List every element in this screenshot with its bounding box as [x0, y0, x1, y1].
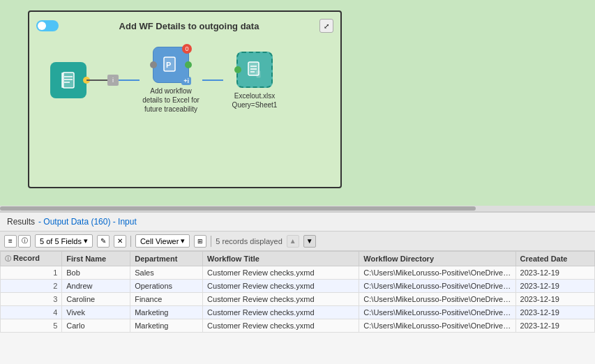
results-title: Results: [7, 217, 35, 227]
chevron-down-icon-2: ▾: [181, 236, 185, 245]
cell-row5-col4: Customer Review checks.yxmd: [203, 319, 359, 333]
results-header: Results - Output Data (160) - Input: [0, 213, 595, 232]
cell-row3-col2: Caroline: [62, 293, 130, 306]
th-department[interactable]: Department: [130, 252, 203, 266]
workflow-panel: Add WF Details to outgoing data ⤢: [28, 10, 342, 188]
cell-row1-col2: Bob: [62, 266, 130, 280]
cell-row4-col6: 2023-12-19: [515, 306, 594, 319]
svg-rect-2: [61, 73, 64, 88]
filter-button[interactable]: ⊞: [194, 235, 206, 248]
workflow-header: Add WF Details to outgoing data ⤢: [36, 19, 333, 33]
th-first-name[interactable]: First Name: [62, 252, 130, 266]
cell-row2-col2: Andrew: [62, 280, 130, 293]
error-badge: 0: [182, 44, 192, 54]
input-node-icon: [50, 62, 86, 98]
cell-row1-col4: Customer Review checks.yxmd: [203, 266, 359, 280]
table-row[interactable]: 2AndrewOperationsCustomer Review checks.…: [1, 280, 595, 293]
sort-down-icon: ▼: [306, 237, 313, 245]
cell-row3-col4: Customer Review checks.yxmd: [203, 293, 359, 306]
cell-row2-col6: 2023-12-19: [515, 280, 594, 293]
table-header: ⓘ Record First Name Department Workflow …: [1, 252, 595, 266]
workflow-toggle[interactable]: [36, 20, 59, 31]
cell-row5-col1: 5: [1, 319, 62, 333]
cell-row4-col3: Marketing: [130, 306, 203, 319]
col-info-icon: ⓘ: [5, 255, 11, 262]
sort-up-icon: ▲: [289, 237, 296, 245]
cell-row3-col6: 2023-12-19: [515, 293, 594, 306]
process-node[interactable]: P 0 +i Add workflow details to Excel for…: [140, 47, 202, 114]
list-icon-btn[interactable]: ≡: [4, 235, 17, 248]
info-icon-btn[interactable]: ⓘ: [18, 235, 31, 248]
results-subtitle[interactable]: - Output Data (160) - Input: [38, 217, 137, 227]
toolbar-divider-2: [211, 236, 211, 247]
fields-dropdown[interactable]: 5 of 5 Fields ▾: [35, 234, 93, 248]
connector-3: [202, 79, 223, 81]
data-table: ⓘ Record First Name Department Workflow …: [0, 251, 595, 333]
cell-row5-col6: 2023-12-19: [515, 319, 594, 333]
process-node-icon: P 0 +i: [153, 47, 189, 83]
cell-row1-col1: 1: [1, 266, 62, 280]
cell-row3-col1: 3: [1, 293, 62, 306]
process-input-dot: [150, 61, 157, 68]
cell-row1-col3: Sales: [130, 266, 203, 280]
th-record[interactable]: ⓘ Record: [1, 252, 62, 266]
fields-label: 5 of 5 Fields: [40, 237, 82, 245]
workflow-title: Add WF Details to outgoing data: [59, 21, 319, 31]
plus-badge: +i: [181, 77, 191, 85]
edit-fields-button[interactable]: ✎: [97, 235, 110, 248]
nav-down-button[interactable]: ▼: [303, 235, 316, 248]
scrollbar-thumb[interactable]: [0, 206, 476, 211]
info-icon: ⓘ: [22, 236, 28, 245]
data-table-wrapper: ⓘ Record First Name Department Workflow …: [0, 251, 595, 333]
th-created-date[interactable]: Created Date: [515, 252, 594, 266]
input-node[interactable]: [50, 62, 86, 98]
output-node-label: Excelout.xlsx Query=Sheet1: [223, 91, 286, 109]
cell-row4-col4: Customer Review checks.yxmd: [203, 306, 359, 319]
table-row[interactable]: 4VivekMarketingCustomer Review checks.yx…: [1, 306, 595, 319]
table-row[interactable]: 1BobSalesCustomer Review checks.yxmdC:\U…: [1, 266, 595, 280]
cell-row5-col5: C:\Users\MikeLorusso-Positive\OneDrive -…: [359, 319, 515, 333]
connector-indicator: i: [107, 75, 119, 86]
expand-icon: ⤢: [324, 22, 329, 30]
table-row[interactable]: 5CarloMarketingCustomer Review checks.yx…: [1, 319, 595, 333]
nav-up-button[interactable]: ▲: [287, 235, 299, 248]
toolbar-divider-1: [130, 236, 131, 247]
table-body: 1BobSalesCustomer Review checks.yxmdC:\U…: [1, 266, 595, 333]
table-row[interactable]: 3CarolineFinanceCustomer Review checks.y…: [1, 293, 595, 306]
connector-2: [119, 79, 140, 81]
cell-row3-col3: Finance: [130, 293, 203, 306]
close-icon: ✕: [117, 237, 123, 245]
chevron-down-icon: ▾: [84, 236, 88, 245]
cell-row2-col5: C:\Users\MikeLorusso-Positive\OneDrive -…: [359, 280, 515, 293]
workflow-nodes: i P 0 +i Add workflow details to Excel f…: [50, 47, 333, 114]
cell-row1-col6: 2023-12-19: [515, 266, 594, 280]
expand-button[interactable]: ⤢: [319, 19, 333, 33]
cell-row5-col2: Carlo: [62, 319, 130, 333]
cell-viewer-label: Cell Viewer: [140, 237, 179, 245]
cell-row2-col1: 2: [1, 280, 62, 293]
horizontal-scrollbar[interactable]: [0, 206, 595, 211]
output-node-icon: [236, 52, 273, 88]
cell-row4-col2: Vivek: [62, 306, 130, 319]
cell-row2-col4: Customer Review checks.yxmd: [203, 280, 359, 293]
results-area: Results - Output Data (160) - Input ≡ ⓘ …: [0, 211, 595, 364]
cell-row2-col3: Operations: [130, 280, 203, 293]
th-workflow-title[interactable]: Workflow Title: [203, 252, 359, 266]
side-panel-icons: ≡ ⓘ: [4, 235, 31, 248]
process-output-dot: [185, 61, 192, 68]
cell-row4-col1: 4: [1, 306, 62, 319]
output-node[interactable]: Excelout.xlsx Query=Sheet1: [223, 52, 286, 109]
process-node-label: Add workflow details to Excel for future…: [140, 86, 202, 114]
output-input-dot: [234, 66, 241, 73]
svg-text:P: P: [166, 61, 171, 69]
cell-row3-col5: C:\Users\MikeLorusso-Positive\OneDrive -…: [359, 293, 515, 306]
th-workflow-directory[interactable]: Workflow Directory: [359, 252, 515, 266]
cell-row5-col3: Marketing: [130, 319, 203, 333]
cell-row1-col5: C:\Users\MikeLorusso-Positive\OneDrive -…: [359, 266, 515, 280]
close-fields-button[interactable]: ✕: [114, 235, 126, 248]
connector-1: [86, 79, 107, 81]
filter-icon: ⊞: [197, 238, 203, 245]
edit-icon: ✎: [100, 237, 106, 245]
cell-viewer-dropdown[interactable]: Cell Viewer ▾: [135, 234, 190, 248]
results-toolbar: ≡ ⓘ 5 of 5 Fields ▾ ✎ ✕ Cell Viewer ▾ ⊞ …: [0, 232, 595, 251]
